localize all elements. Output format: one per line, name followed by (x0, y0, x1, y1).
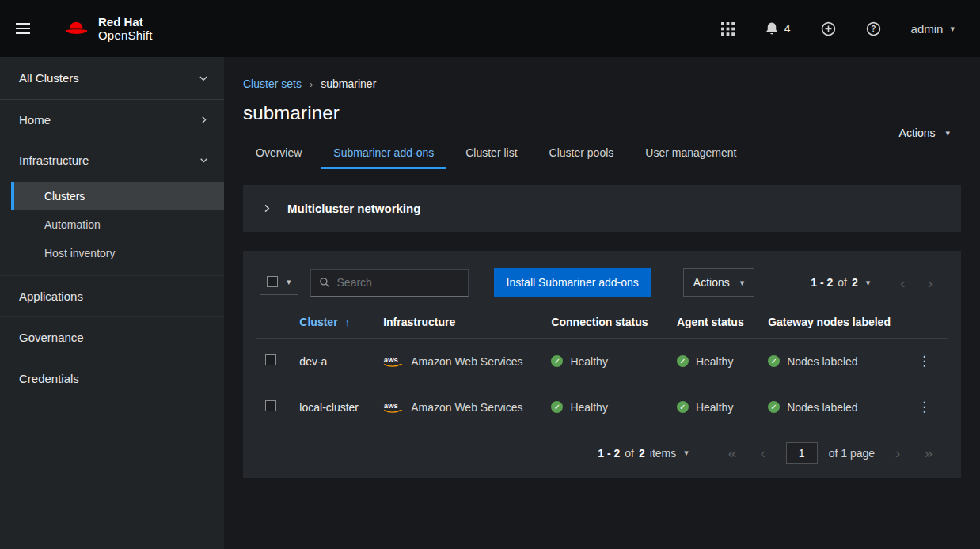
table-row: local-cluster aws Amazon Web Services (256, 384, 948, 430)
healthy-check-icon: ✓ (677, 355, 689, 367)
caret-down-icon: ▾ (945, 129, 950, 138)
install-submariner-button[interactable]: Install Submariner add-ons (494, 268, 651, 297)
page-actions-label: Actions (899, 127, 936, 139)
search-input[interactable] (337, 276, 460, 289)
help-button[interactable]: ? (863, 18, 884, 40)
column-header-connection-status: Connection status (541, 311, 667, 339)
sidebar-item-clusters[interactable]: Clusters (11, 182, 224, 210)
sort-ascending-icon: ↑ (345, 316, 351, 328)
row-checkbox[interactable] (265, 354, 276, 365)
table-actions-label: Actions (693, 276, 730, 289)
tab-label: User management (645, 146, 736, 159)
chevron-down-icon (199, 74, 208, 83)
column-header-agent-status: Agent status (667, 311, 758, 339)
page-of-label: of 1 page (829, 447, 875, 460)
sidebar-item-home[interactable]: Home (0, 100, 224, 140)
healthy-check-icon: ✓ (677, 401, 689, 413)
import-cluster-button[interactable] (818, 18, 839, 40)
row-kebab-menu-icon[interactable]: ⋮ (910, 397, 939, 417)
prev-page-button[interactable]: ‹ (889, 274, 916, 292)
pagination-summary-dropdown[interactable]: 1 - 2 of 2 ▾ (811, 276, 870, 289)
next-page-button[interactable]: › (884, 444, 911, 462)
perspective-switcher[interactable]: All Clusters (0, 57, 224, 100)
pagination-total: 2 (852, 276, 858, 289)
sidebar-item-host-inventory[interactable]: Host inventory (11, 239, 224, 267)
header-kebab-cell (900, 311, 948, 339)
tab-submariner-add-ons[interactable]: Submariner add-ons (321, 138, 446, 169)
multicluster-networking-section: Multicluster networking (243, 185, 961, 232)
last-page-button[interactable]: » (913, 444, 944, 462)
question-circle-icon: ? (866, 21, 881, 36)
gateway-nodes-status: Nodes labeled (787, 401, 858, 414)
table-row: dev-a aws Amazon Web Services (256, 339, 948, 384)
sidebar-item-governance[interactable]: Governance (0, 316, 224, 358)
tab-overview[interactable]: Overview (243, 138, 314, 169)
sidebar-item-label: Home (19, 113, 51, 127)
svg-text:?: ? (871, 25, 876, 33)
tab-cluster-pools[interactable]: Cluster pools (537, 138, 627, 169)
bulk-select-dropdown[interactable]: ▾ (260, 270, 298, 295)
table-actions-dropdown[interactable]: Actions ▾ (683, 268, 754, 297)
infrastructure-subnav: Clusters Automation Host inventory (0, 180, 224, 275)
pagination-nav: « ‹ of 1 page › » (717, 442, 944, 464)
page-actions-dropdown[interactable]: Actions ▾ (899, 127, 950, 139)
tab-label: Cluster pools (549, 146, 614, 159)
prev-page-button[interactable]: ‹ (749, 444, 776, 462)
row-kebab-menu-icon[interactable]: ⋮ (910, 351, 939, 371)
column-header-cluster[interactable]: Cluster↑ (290, 311, 374, 339)
healthy-check-icon: ✓ (551, 401, 563, 413)
pagination-bottom: 1 - 2 of 2 items ▾ « ‹ of 1 page › » (256, 430, 948, 473)
page-title: submariner (243, 102, 955, 124)
sidebar-item-credentials[interactable]: Credentials (0, 358, 224, 399)
tab-cluster-list[interactable]: Cluster list (453, 138, 530, 169)
first-page-button[interactable]: « (717, 444, 748, 462)
tab-bar: Overview Submariner add-ons Cluster list… (243, 138, 955, 169)
app-launcher-button[interactable] (718, 19, 738, 39)
sidebar-item-label: Applications (19, 290, 83, 303)
table-toolbar: ▾ Install Submariner add-ons Actions ▾ 1… (256, 263, 948, 311)
current-page-input[interactable] (786, 442, 818, 464)
bell-icon (765, 21, 779, 36)
notifications-button[interactable]: 4 (762, 18, 794, 39)
bulk-select-checkbox[interactable] (267, 276, 278, 287)
user-menu[interactable]: admin ▾ (908, 19, 958, 39)
breadcrumb-link-cluster-sets[interactable]: Cluster sets (243, 78, 302, 90)
section-title: Multicluster networking (287, 202, 420, 215)
column-header-infrastructure: Infrastructure (374, 311, 541, 339)
header-checkbox-cell (256, 311, 290, 339)
infrastructure-provider: Amazon Web Services (411, 401, 522, 414)
caret-down-icon: ▾ (866, 278, 871, 287)
cluster-name: local-cluster (290, 384, 374, 430)
agent-status: Healthy (696, 401, 733, 414)
sidebar-item-label: Host inventory (44, 247, 115, 259)
table-header-row: Cluster↑ Infrastructure Connection statu… (256, 311, 948, 339)
tab-label: Cluster list (465, 146, 517, 159)
sidebar-item-infrastructure[interactable]: Infrastructure (0, 140, 224, 180)
row-checkbox[interactable] (265, 400, 276, 411)
expand-toggle-button[interactable] (262, 203, 272, 214)
aws-icon: aws (383, 400, 404, 414)
pagination-summary-dropdown[interactable]: 1 - 2 of 2 items ▾ (598, 447, 688, 460)
chevron-down-icon (199, 156, 208, 165)
brand-logo[interactable]: Red Hat OpenShift (62, 15, 153, 43)
caret-down-icon: ▾ (950, 25, 955, 33)
brand-top: Red Hat (98, 15, 153, 28)
svg-text:aws: aws (384, 401, 398, 410)
nodes-labeled-check-icon: ✓ (768, 355, 780, 367)
next-page-button[interactable]: › (917, 274, 944, 292)
masthead: Red Hat OpenShift 4 (0, 0, 980, 57)
sidebar-item-label: Governance (19, 331, 84, 344)
notification-count: 4 (784, 22, 791, 35)
nav-toggle-button[interactable] (0, 0, 46, 57)
chevron-right-icon (262, 203, 272, 214)
breadcrumb-separator-icon: › (310, 78, 313, 90)
column-label: Cluster (299, 316, 337, 328)
sidebar-item-automation[interactable]: Automation (11, 210, 224, 239)
sidebar-item-applications[interactable]: Applications (0, 275, 224, 316)
clusters-table: Cluster↑ Infrastructure Connection statu… (256, 311, 948, 430)
pagination-of-label: of (625, 447, 634, 460)
sidebar-item-label: Clusters (44, 190, 85, 203)
tab-user-management[interactable]: User management (632, 138, 749, 169)
hamburger-icon (16, 20, 30, 37)
brand-text: Red Hat OpenShift (98, 15, 153, 43)
